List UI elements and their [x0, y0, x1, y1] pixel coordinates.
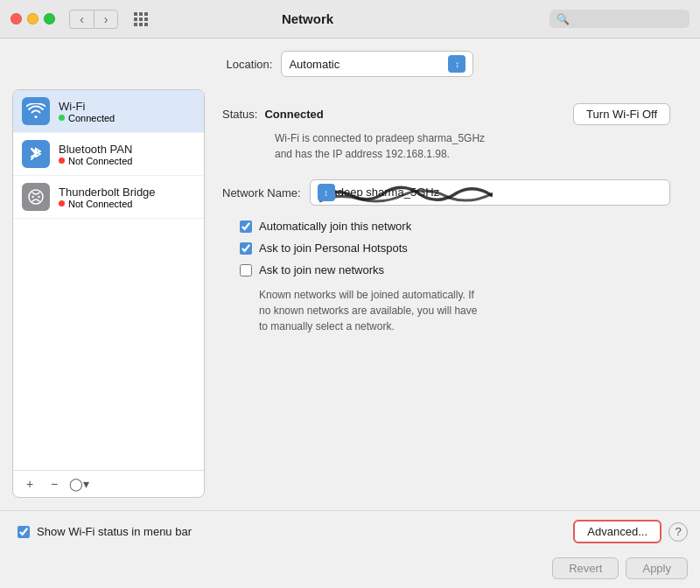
bluetooth-info: Bluetooth PAN Not Connected: [59, 143, 132, 166]
wifi-status-dot: [59, 115, 65, 121]
bottom-actions: Advanced... ?: [573, 520, 688, 543]
auto-join-label: Automatically join this network: [259, 220, 411, 233]
network-name-row: Network Name: pradeep sharma_5GHz ↕: [222, 179, 670, 206]
search-input[interactable]: [573, 12, 678, 25]
network-name-chevron-icon: ↕: [318, 184, 335, 201]
bluetooth-icon: [22, 140, 50, 168]
wifi-icon: [22, 97, 50, 125]
status-row: Status: Connected Turn Wi-Fi Off: [222, 103, 670, 125]
traffic-lights: [10, 13, 55, 24]
minimize-button[interactable]: [27, 13, 38, 24]
bluetooth-name: Bluetooth PAN: [59, 143, 132, 156]
apply-button[interactable]: Apply: [626, 557, 688, 579]
window-title: Network: [73, 11, 542, 26]
known-networks-note: Known networks will be joined automatica…: [222, 287, 670, 334]
location-value: Automatic: [289, 58, 340, 71]
main-content: Location: Automatic ↕: [0, 38, 700, 588]
final-buttons: Revert Apply: [0, 552, 700, 588]
thunderbolt-status: Not Connected: [59, 199, 156, 209]
wifi-status: Connected: [59, 113, 115, 123]
revert-button[interactable]: Revert: [552, 557, 619, 579]
maximize-button[interactable]: [44, 13, 55, 24]
wifi-info: Wi-Fi Connected: [59, 100, 115, 123]
detail-panel: Status: Connected Turn Wi-Fi Off Wi-Fi i…: [205, 89, 688, 498]
personal-hotspot-label: Ask to join Personal Hotspots: [259, 242, 408, 255]
svg-point-0: [29, 190, 43, 204]
location-select[interactable]: Automatic ↕: [281, 51, 473, 77]
thunderbolt-icon: [22, 183, 50, 211]
status-label: Status:: [222, 108, 257, 121]
checkbox-new-networks: Ask to join new networks: [222, 263, 670, 276]
network-name-scribble: pradeep sharma_5GHz: [311, 180, 643, 205]
new-networks-label: Ask to join new networks: [259, 263, 384, 276]
network-name-label: Network Name:: [222, 186, 301, 200]
options-button[interactable]: ◯▾: [67, 474, 90, 494]
wifi-status-text: Connected: [68, 113, 115, 123]
bluetooth-status: Not Connected: [59, 156, 132, 166]
status-description: Wi-Fi is connected to pradeep sharma_5GH…: [222, 130, 670, 162]
thunderbolt-info: Thunderbolt Bridge Not Connected: [59, 186, 156, 209]
search-box[interactable]: 🔍: [550, 10, 690, 28]
remove-network-button[interactable]: −: [43, 474, 66, 494]
titlebar: ‹ › Network 🔍: [0, 0, 700, 38]
location-bar: Location: Automatic ↕: [0, 38, 700, 89]
help-button[interactable]: ?: [668, 522, 688, 542]
checkbox-personal-hotspot: Ask to join Personal Hotspots: [222, 242, 670, 255]
bottom-bar: Show Wi-Fi status in menu bar Advanced..…: [0, 510, 700, 552]
sidebar-footer: + − ◯▾: [13, 470, 204, 497]
advanced-button[interactable]: Advanced...: [573, 520, 662, 543]
turn-wifi-off-button[interactable]: Turn Wi-Fi Off: [573, 103, 670, 125]
sidebar-items: Wi-Fi Connected: [13, 90, 204, 470]
new-networks-checkbox[interactable]: [240, 264, 252, 276]
sidebar-item-bluetooth[interactable]: Bluetooth PAN Not Connected: [13, 133, 204, 176]
svg-point-1: [32, 196, 33, 198]
sidebar-item-wifi[interactable]: Wi-Fi Connected: [13, 90, 204, 133]
show-wifi-label: Show Wi-Fi status in menu bar: [37, 525, 192, 538]
bluetooth-status-dot: [59, 158, 65, 164]
status-value: Connected: [264, 108, 323, 121]
search-icon: 🔍: [556, 13, 570, 25]
sidebar-item-thunderbolt[interactable]: Thunderbolt Bridge Not Connected: [13, 176, 204, 219]
personal-hotspot-checkbox[interactable]: [240, 242, 252, 255]
network-name-select[interactable]: pradeep sharma_5GHz ↕: [310, 179, 670, 206]
thunderbolt-status-dot: [59, 200, 65, 206]
location-chevron-icon: ↕: [448, 55, 466, 73]
add-network-button[interactable]: +: [18, 474, 41, 494]
sidebar: Wi-Fi Connected: [12, 89, 205, 498]
thunderbolt-name: Thunderbolt Bridge: [59, 186, 156, 199]
checkbox-auto-join: Automatically join this network: [222, 220, 670, 233]
content-area: Wi-Fi Connected: [0, 89, 700, 510]
show-wifi-checkbox[interactable]: [18, 526, 30, 538]
wifi-name: Wi-Fi: [59, 100, 115, 113]
thunderbolt-status-text: Not Connected: [68, 199, 132, 209]
close-button[interactable]: [10, 13, 22, 24]
auto-join-checkbox[interactable]: [240, 220, 252, 233]
svg-point-2: [38, 196, 39, 198]
show-wifi-row: Show Wi-Fi status in menu bar: [12, 525, 564, 538]
bluetooth-status-text: Not Connected: [68, 156, 132, 166]
location-label: Location:: [227, 58, 273, 71]
